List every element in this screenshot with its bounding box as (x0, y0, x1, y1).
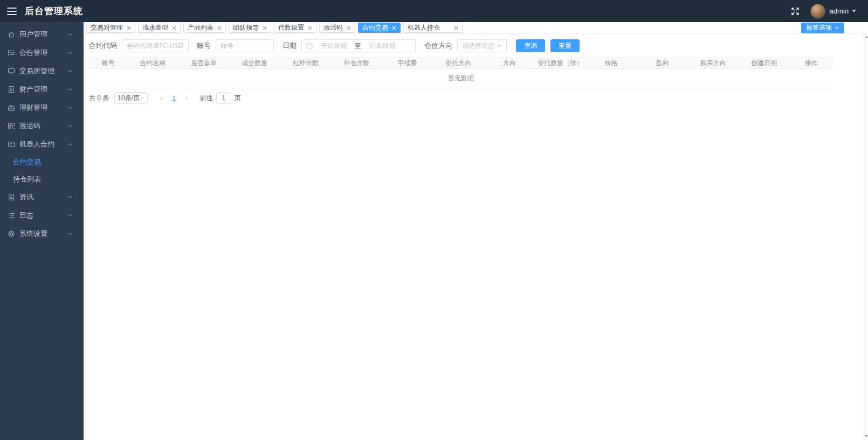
search-button[interactable]: 查询 (516, 39, 545, 52)
data-table: 账号 合约名称 是否首单 成交数量 杠杆倍数 补仓次数 手续费 委托方向 方向 … (89, 58, 833, 87)
current-page-number[interactable]: 1 (168, 94, 180, 102)
next-page-button[interactable]: › (180, 94, 192, 102)
goto-page-input[interactable] (216, 92, 231, 104)
tab-flow-type[interactable]: 流水类型 (138, 23, 181, 33)
caret-down-icon (852, 10, 856, 12)
contract-code-label: 合约代码 (89, 41, 117, 51)
page-unit-label: 页 (235, 94, 241, 103)
scroll-down-arrow-icon[interactable] (865, 435, 868, 437)
chevron-down-icon (67, 194, 77, 200)
tab-trading-pair-management[interactable]: 交易对管理 (86, 23, 135, 33)
sidebar-item-robot-contract[interactable]: 机器人合约 (0, 135, 84, 153)
close-icon[interactable] (217, 26, 222, 30)
column-header: 盈利 (637, 59, 688, 68)
date-start-input[interactable] (315, 42, 353, 50)
news-icon (8, 193, 15, 201)
chevron-up-icon (67, 142, 77, 147)
sidebar-subitem-contract-trading[interactable]: 合约交易 (0, 153, 84, 171)
date-range-picker[interactable]: 至 (301, 39, 416, 52)
sidebar-item-label: 资讯 (19, 192, 33, 202)
prev-page-button[interactable]: ‹ (155, 94, 168, 102)
page-size-select[interactable]: 10条/页 (114, 92, 148, 104)
tab-contract-trading[interactable]: 合约交易 (358, 23, 401, 33)
sidebar-item-label: 日志 (19, 211, 33, 220)
close-icon[interactable] (263, 26, 267, 30)
sidebar-item-asset-management[interactable]: 财产管理 (0, 80, 84, 99)
tab-label: 交易对管理 (91, 23, 123, 32)
sidebar-item-news[interactable]: 资讯 (0, 188, 84, 206)
tab-label: 激活码 (323, 23, 343, 32)
sidebar-subitem-label: 合约交易 (13, 157, 41, 167)
list-icon (8, 49, 15, 57)
tab-team-leader[interactable]: 团队领导 (229, 23, 271, 33)
tab-label: 机器人持仓 (408, 23, 440, 32)
chevron-down-icon (67, 50, 77, 55)
hamburger-menu-icon[interactable] (7, 8, 17, 15)
sidebar-item-logs[interactable]: 日志 (0, 206, 84, 225)
sidebar-item-label: 财产管理 (19, 85, 47, 94)
close-icon[interactable] (347, 26, 351, 30)
top-header: 后台管理系统 admin (0, 0, 868, 22)
briefcase-icon (8, 104, 15, 111)
sidebar-item-finance-management[interactable]: 理财管理 (0, 99, 84, 117)
column-header: 杠杆倍数 (280, 59, 331, 68)
column-header: 合约名称 (127, 59, 178, 68)
close-icon[interactable] (308, 26, 312, 30)
qr-grid-icon (8, 122, 15, 130)
sidebar-item-label: 理财管理 (19, 103, 47, 113)
chevron-down-icon (67, 87, 77, 92)
document-icon (8, 86, 15, 93)
column-header: 补仓次数 (331, 59, 382, 68)
close-icon[interactable] (172, 26, 176, 30)
goto-label: 前往 (200, 94, 213, 103)
tag-options-button[interactable]: 标签选项 (801, 23, 844, 33)
tab-robot-positions[interactable]: 机器人持仓 (403, 23, 463, 33)
chevron-down-icon (140, 96, 144, 101)
chevron-down-icon (67, 68, 77, 74)
fullscreen-icon[interactable] (791, 7, 800, 16)
close-icon[interactable] (454, 26, 458, 30)
chevron-down-icon (67, 231, 77, 236)
date-label: 日期 (283, 41, 297, 51)
vertical-scrollbar[interactable] (864, 33, 868, 440)
tab-label: 产品列表 (188, 23, 213, 32)
column-header: 账号 (89, 59, 127, 68)
chevron-down-icon (835, 25, 839, 30)
close-icon[interactable] (392, 26, 396, 30)
tab-generation-settings[interactable]: 代数设置 (274, 23, 316, 33)
contract-code-input[interactable] (122, 39, 189, 52)
chevron-down-icon (67, 32, 77, 37)
chevron-down-icon (67, 213, 77, 218)
monitor-icon (8, 67, 15, 75)
column-header: 委托数量（张） (535, 59, 586, 68)
scroll-up-arrow-icon[interactable] (865, 36, 868, 38)
sidebar-subitem-position-list[interactable]: 持仓列表 (0, 171, 84, 188)
sidebar-item-label: 激活码 (19, 121, 40, 131)
column-header: 成交数量 (229, 59, 280, 68)
sidebar-item-label: 交易所管理 (19, 66, 54, 76)
tab-label: 流水类型 (142, 23, 168, 32)
tab-activation-code[interactable]: 激活码 (319, 23, 355, 33)
user-menu[interactable]: admin (830, 7, 856, 15)
sidebar: 用户管理 公告管理 交易所管理 财产管理 理财管理 激活码 机器人合约 合约交易… (0, 22, 84, 440)
close-icon[interactable] (127, 26, 131, 30)
sidebar-item-system-settings[interactable]: 系统设置 (0, 225, 84, 243)
sidebar-item-announcement-management[interactable]: 公告管理 (0, 44, 84, 62)
column-header: 操作 (790, 59, 833, 68)
date-end-input[interactable] (363, 42, 401, 50)
sidebar-item-activation-code[interactable]: 激活码 (0, 117, 84, 135)
sidebar-item-user-management[interactable]: 用户管理 (0, 25, 84, 44)
user-avatar[interactable] (810, 4, 825, 19)
column-header: 手续费 (382, 59, 433, 68)
log-icon (8, 212, 15, 219)
sidebar-item-label: 用户管理 (19, 30, 47, 39)
tab-product-list[interactable]: 产品列表 (183, 23, 226, 33)
reset-button[interactable]: 重置 (550, 39, 580, 52)
column-header: 是否首单 (178, 59, 229, 68)
main-content: 合约代码 账号 日期 至 仓位方向 请选择状态 查询 重置 账号 合约名称 是否… (84, 34, 864, 440)
sidebar-subitem-label: 持仓列表 (13, 174, 41, 184)
sidebar-item-exchange-management[interactable]: 交易所管理 (0, 62, 84, 80)
account-input[interactable] (216, 39, 274, 52)
position-direction-select[interactable]: 请选择状态 (457, 39, 507, 52)
chevron-down-icon (67, 123, 77, 129)
